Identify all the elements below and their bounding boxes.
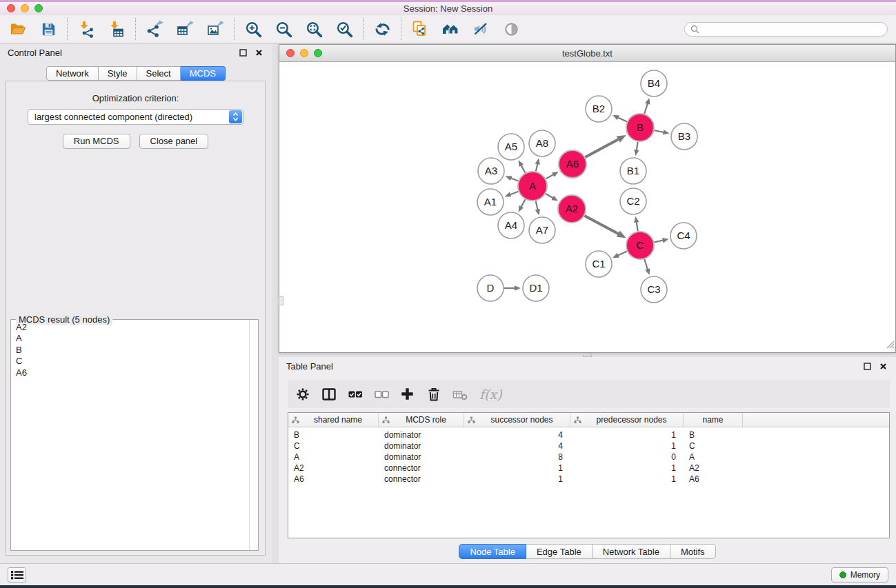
result-list-item[interactable]: A6 — [11, 367, 248, 378]
column-header-name[interactable]: name — [684, 413, 743, 427]
zoom-fit-icon[interactable] — [304, 19, 323, 39]
graph-node-C4[interactable]: C4 — [670, 223, 697, 249]
criterion-select[interactable]: largest connected component (directed) — [28, 109, 243, 125]
search-input[interactable] — [703, 24, 882, 34]
tab-motifs[interactable]: Motifs — [670, 544, 716, 559]
graph-node-A5[interactable]: A5 — [498, 134, 524, 160]
table-row[interactable]: Bdominator41B — [288, 429, 889, 440]
float-panel-icon[interactable] — [238, 48, 248, 58]
graph-edge-B-B3[interactable] — [655, 130, 664, 132]
graph-edge-A-A7[interactable] — [536, 201, 538, 210]
tab-network[interactable]: Network — [46, 66, 99, 81]
graph-edge-B-B4[interactable] — [644, 103, 648, 114]
graph-edge-A-A1[interactable] — [510, 192, 518, 195]
toggle-graphics-details-icon[interactable] — [471, 19, 490, 39]
import-table-icon[interactable] — [107, 19, 126, 39]
close-panel-button[interactable]: Close panel — [139, 134, 209, 149]
result-list-item[interactable]: A — [11, 333, 248, 344]
graph-node-A3[interactable]: A3 — [478, 158, 504, 184]
table-settings-icon[interactable] — [293, 385, 312, 403]
graph-edge-A-A2[interactable] — [546, 194, 553, 198]
graph-node-C[interactable]: C — [626, 232, 654, 259]
add-column-icon[interactable] — [398, 385, 417, 403]
graph-edge-A-A6[interactable] — [546, 174, 554, 179]
close-panel-icon[interactable] — [254, 48, 264, 58]
tab-style[interactable]: Style — [99, 66, 137, 81]
graph-edge-C-C1[interactable] — [617, 252, 626, 256]
splitter-grip[interactable] — [279, 296, 283, 305]
zoom-in-icon[interactable] — [243, 19, 263, 39]
graph-node-D[interactable]: D — [477, 275, 504, 301]
table-row[interactable]: Adominator80A — [288, 452, 889, 463]
new-network-from-selection-icon[interactable] — [410, 19, 430, 39]
close-window-button[interactable] — [7, 4, 15, 12]
graph-edge-A-A4[interactable] — [521, 199, 525, 207]
tab-select[interactable]: Select — [137, 66, 181, 81]
graph-edge-A6-B[interactable] — [585, 139, 619, 157]
graph-node-C1[interactable]: C1 — [586, 251, 612, 277]
zoom-selected-icon[interactable] — [335, 19, 354, 39]
export-network-icon[interactable] — [145, 19, 164, 39]
deselect-all-rows-icon[interactable] — [372, 385, 390, 403]
graph-edge-A-A3[interactable] — [510, 178, 518, 181]
tab-network-table[interactable]: Network Table — [593, 544, 670, 559]
graph-node-A[interactable]: A — [518, 172, 547, 201]
memory-button[interactable]: Memory — [831, 567, 888, 582]
network-close-button[interactable] — [286, 49, 295, 57]
table-row[interactable]: Cdominator41C — [288, 440, 889, 452]
zoom-window-button[interactable] — [34, 4, 43, 12]
column-header-shared-name[interactable]: shared name — [288, 413, 379, 427]
graph-node-D1[interactable]: D1 — [523, 275, 549, 301]
graph-node-A6[interactable]: A6 — [559, 150, 586, 178]
table-row[interactable]: A2connector11A2 — [288, 463, 889, 474]
save-session-icon[interactable] — [39, 19, 58, 39]
graph-edge-C-C4[interactable] — [654, 241, 663, 243]
graph-node-B4[interactable]: B4 — [641, 70, 667, 97]
graph-edge-A-A5[interactable] — [521, 165, 525, 172]
graph-edge-A2-C[interactable] — [585, 216, 619, 234]
tab-node-table[interactable]: Node Table — [459, 544, 526, 559]
tab-mcds[interactable]: MCDS — [181, 66, 226, 81]
graph-node-A7[interactable]: A7 — [529, 217, 555, 243]
graph-edge-C-C3[interactable] — [644, 259, 648, 270]
result-list-item[interactable]: C — [11, 356, 248, 367]
delete-table-icon[interactable] — [450, 385, 469, 403]
float-panel-icon[interactable] — [862, 361, 873, 372]
refresh-layout-icon[interactable] — [372, 19, 392, 39]
graph-edge-B-B2[interactable] — [617, 117, 626, 121]
run-mcds-button[interactable]: Run MCDS — [63, 134, 130, 149]
show-hide-columns-icon[interactable] — [319, 385, 338, 403]
graph-node-B3[interactable]: B3 — [671, 123, 697, 150]
graph-edge-C-C2[interactable] — [637, 222, 638, 232]
network-zoom-button[interactable] — [314, 49, 322, 57]
home-icon[interactable] — [441, 19, 460, 39]
resize-grip-icon[interactable] — [885, 339, 895, 352]
result-list-item[interactable]: A2 — [11, 322, 248, 333]
graph-node-A4[interactable]: A4 — [498, 212, 524, 239]
column-header-predecessor-nodes[interactable]: predecessor nodes — [570, 413, 684, 427]
column-header-mcds-role[interactable]: MCDS role — [379, 413, 464, 427]
zoom-out-icon[interactable] — [274, 19, 293, 39]
open-session-icon[interactable] — [8, 19, 28, 39]
task-history-button[interactable] — [8, 567, 26, 582]
graph-edge-B-B1[interactable] — [637, 142, 638, 151]
graph-edge-A-A8[interactable] — [536, 163, 538, 171]
graph-node-B1[interactable]: B1 — [620, 158, 646, 184]
graph-node-B2[interactable]: B2 — [586, 96, 612, 122]
graph-node-A1[interactable]: A1 — [477, 189, 504, 215]
result-list-item[interactable]: B — [11, 345, 248, 356]
column-header-successor-nodes[interactable]: successor nodes — [464, 413, 570, 427]
export-table-icon[interactable] — [175, 19, 195, 39]
select-all-rows-icon[interactable] — [346, 385, 364, 403]
result-list-scrollbar[interactable] — [249, 320, 258, 550]
tab-edge-table[interactable]: Edge Table — [526, 544, 593, 559]
network-canvas[interactable]: B4B2BB3B1A5A8A6A3AA1A2C2A4A7C4CC1C3DD1 — [279, 63, 895, 352]
import-network-icon[interactable] — [77, 19, 96, 39]
close-panel-icon[interactable] — [878, 361, 888, 372]
graph-node-C3[interactable]: C3 — [641, 276, 667, 303]
export-image-icon[interactable] — [206, 19, 225, 39]
network-minimize-button[interactable] — [300, 49, 308, 57]
graph-node-A8[interactable]: A8 — [529, 130, 555, 156]
graph-node-A2[interactable]: A2 — [558, 195, 586, 223]
table-row[interactable]: A6connector11A6 — [288, 474, 889, 485]
